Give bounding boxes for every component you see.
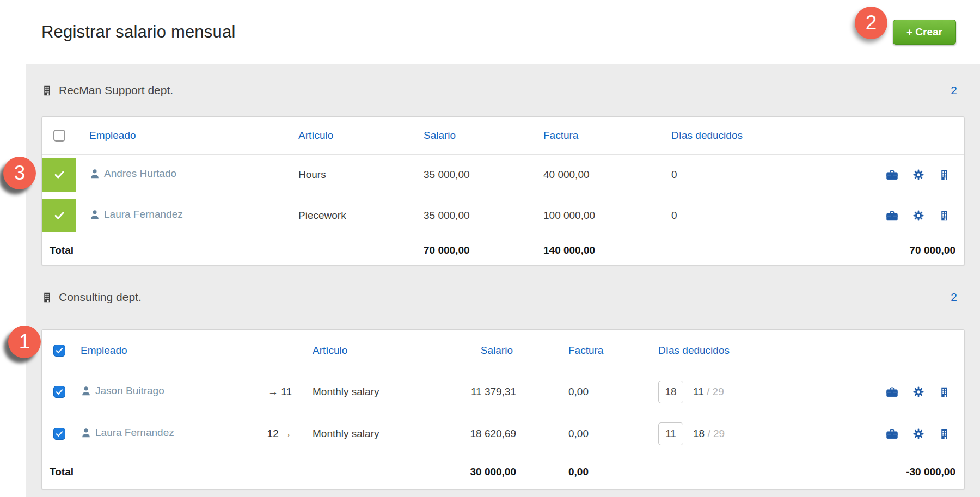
- select-all-checkbox[interactable]: [53, 130, 65, 142]
- days-deducted-cell: 0: [667, 155, 830, 195]
- briefcase-icon[interactable]: [886, 169, 898, 181]
- column-header-article[interactable]: Artículo: [297, 330, 428, 371]
- salary-cell: 35 000,00: [419, 195, 539, 236]
- salary-cell: 18 620,69: [428, 413, 555, 455]
- person-icon: [89, 209, 100, 220]
- column-header-salary[interactable]: Salario: [428, 330, 555, 371]
- employee-link[interactable]: Laura Fernandez: [81, 427, 174, 439]
- person-icon: [81, 385, 91, 396]
- annotation-circle-2: 2: [855, 7, 887, 39]
- briefcase-icon[interactable]: [886, 428, 898, 440]
- total-row: Total 70 000,00 140 000,00 70 000,00: [42, 236, 964, 265]
- column-header-invoice[interactable]: Factura: [555, 330, 645, 371]
- column-header-salary[interactable]: Salario: [419, 117, 539, 155]
- building-icon[interactable]: [939, 428, 950, 440]
- salary-table-recman-support: Empleado Artículo Salario Factura Días d…: [42, 117, 964, 265]
- total-row: Total 30 000,00 0,00 -30 000,00: [42, 455, 964, 489]
- column-header-article[interactable]: Artículo: [294, 117, 419, 155]
- article-cell: Monthly salary: [297, 413, 428, 455]
- page-header: Registrar salario mensual + Crear: [26, 0, 980, 64]
- section-title: RecMan Support dept.: [59, 84, 173, 97]
- days-deducted-cell: 18 / 29: [658, 422, 836, 445]
- row-checkbox[interactable]: [53, 428, 65, 440]
- gear-icon[interactable]: [912, 169, 924, 181]
- transfer-days: 12 →: [267, 428, 292, 439]
- total-invoice: 0,00: [555, 455, 645, 489]
- content-area: RecMan Support dept. 2 Empleado Artículo…: [26, 64, 980, 497]
- total-payout: -30 000,00: [645, 455, 964, 489]
- briefcase-icon[interactable]: [886, 210, 898, 222]
- section-row-count: 2: [951, 84, 965, 97]
- employee-link[interactable]: Andres Hurtado: [89, 168, 176, 180]
- employee-link[interactable]: Laura Fernandez: [89, 208, 183, 220]
- building-icon[interactable]: [939, 386, 950, 398]
- days-used: 18: [693, 428, 705, 439]
- employee-link[interactable]: Jason Buitrago: [81, 385, 164, 397]
- total-salary: 30 000,00: [428, 455, 555, 489]
- section-title: Consulting dept.: [59, 291, 142, 304]
- table-row: Jason Buitrago → 11 Monthly salary 11 37…: [42, 371, 964, 413]
- invoice-cell: 0,00: [555, 413, 645, 455]
- table-row: Laura Fernandez 12 → Monthly salary 18 6…: [42, 413, 964, 455]
- days-deducted-input[interactable]: [658, 422, 683, 445]
- article-cell: Monthly salary: [297, 371, 428, 413]
- create-button[interactable]: + Crear: [893, 20, 956, 45]
- section-row-count: 2: [951, 291, 965, 304]
- salary-register-page: Registrar salario mensual + Crear RecMan…: [0, 0, 980, 497]
- building-icon: [41, 292, 53, 303]
- building-icon[interactable]: [939, 210, 950, 222]
- column-header-days-deducted[interactable]: Días deducidos: [667, 117, 830, 155]
- person-icon: [81, 427, 91, 438]
- column-header-employee[interactable]: Empleado: [76, 330, 256, 371]
- column-header-invoice[interactable]: Factura: [539, 117, 667, 155]
- department-table-card: Empleado Artículo Salario Factura Días d…: [41, 329, 965, 489]
- person-icon: [89, 168, 100, 179]
- days-deducted-cell: 11 / 29: [658, 381, 836, 403]
- salary-cell: 35 000,00: [419, 155, 539, 195]
- column-header-employee[interactable]: Empleado: [76, 117, 294, 155]
- select-all-checkbox[interactable]: [53, 345, 65, 357]
- days-max: / 29: [707, 386, 724, 397]
- days-used: 11: [693, 386, 704, 397]
- column-header-days-deducted[interactable]: Días deducidos: [645, 330, 836, 371]
- total-label: Total: [42, 455, 428, 489]
- days-deducted-cell: 0: [667, 195, 830, 236]
- invoice-cell: 40 000,00: [539, 155, 667, 195]
- row-selected-check[interactable]: [42, 158, 76, 192]
- left-margin-strip: [0, 0, 26, 497]
- gear-icon[interactable]: [912, 428, 924, 440]
- section-header-recman-support: RecMan Support dept. 2: [41, 64, 965, 116]
- transfer-days: → 11: [268, 386, 292, 397]
- building-icon: [41, 85, 53, 96]
- department-table-card: Empleado Artículo Salario Factura Días d…: [41, 116, 965, 265]
- briefcase-icon[interactable]: [886, 386, 898, 398]
- section-header-consulting: Consulting dept. 2: [41, 265, 965, 329]
- salary-table-consulting: Empleado Artículo Salario Factura Días d…: [42, 330, 964, 489]
- page-title: Registrar salario mensual: [41, 22, 235, 42]
- salary-cell: 11 379,31: [428, 371, 555, 413]
- days-deducted-input[interactable]: [658, 381, 683, 403]
- article-cell: Hours: [294, 155, 419, 195]
- invoice-cell: 0,00: [555, 371, 645, 413]
- row-checkbox[interactable]: [53, 386, 65, 398]
- article-cell: Piecework: [294, 195, 419, 236]
- table-row: Laura Fernandez Piecework 35 000,00 100 …: [42, 195, 964, 236]
- total-payout: 70 000,00: [667, 236, 964, 265]
- days-max: / 29: [707, 428, 725, 439]
- table-row: Andres Hurtado Hours 35 000,00 40 000,00…: [42, 155, 964, 195]
- row-selected-check[interactable]: [42, 199, 76, 232]
- annotation-circle-1: 1: [8, 326, 41, 358]
- table-header-row: Empleado Artículo Salario Factura Días d…: [42, 330, 964, 371]
- total-label: Total: [42, 236, 419, 265]
- building-icon[interactable]: [939, 169, 950, 181]
- total-invoice: 140 000,00: [539, 236, 667, 265]
- gear-icon[interactable]: [912, 386, 924, 398]
- invoice-cell: 100 000,00: [539, 195, 667, 236]
- gear-icon[interactable]: [912, 210, 924, 222]
- table-header-row: Empleado Artículo Salario Factura Días d…: [42, 117, 964, 155]
- annotation-circle-3: 3: [3, 157, 36, 189]
- total-salary: 70 000,00: [419, 236, 539, 265]
